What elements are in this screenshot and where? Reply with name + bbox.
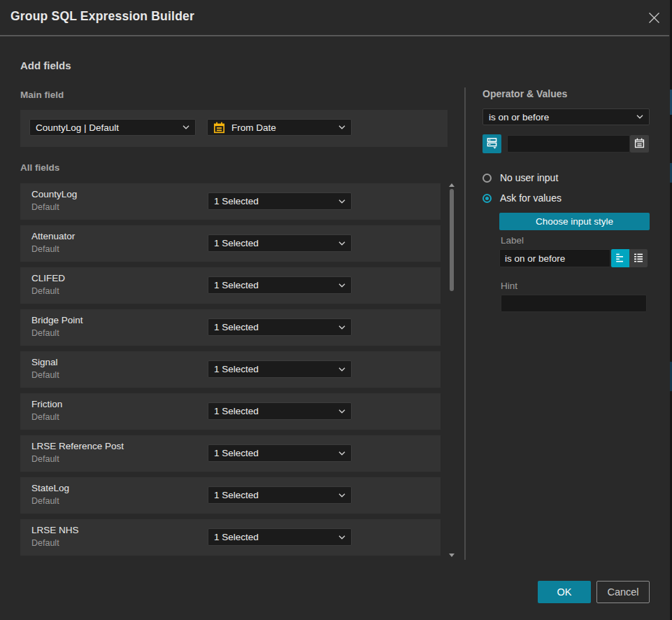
main-field-select[interactable]: From Date: [207, 119, 352, 136]
field-row: CountyLog Default 1 Selected: [20, 183, 441, 220]
radio-no-user-input[interactable]: No user input: [482, 172, 558, 183]
field-name: CountyLog: [31, 189, 77, 199]
radio-circle-icon: [482, 194, 492, 203]
field-selection-value: 1 Selected: [214, 532, 334, 542]
field-selection-select[interactable]: 1 Selected: [208, 192, 352, 210]
field-name: Friction: [31, 399, 62, 409]
field-selection-value: 1 Selected: [214, 322, 334, 332]
field-row: LRSE NHS Default 1 Selected: [20, 519, 441, 556]
field-name: Signal: [31, 357, 58, 367]
field-row: Bridge Point Default 1 Selected: [20, 309, 441, 346]
chevron-down-icon: [183, 125, 190, 129]
field-name: StateLog: [31, 483, 69, 493]
scrollbar-up-arrow[interactable]: [449, 183, 455, 187]
single-line-input-toggle[interactable]: [611, 249, 629, 267]
field-name: LRSE Reference Post: [31, 441, 124, 451]
field-selection-select[interactable]: 1 Selected: [208, 276, 352, 294]
chevron-down-icon: [338, 325, 345, 330]
label-field-label: Label: [501, 235, 524, 246]
field-subtitle: Default: [31, 454, 59, 464]
label-input[interactable]: [499, 249, 610, 267]
field-subtitle: Default: [31, 538, 59, 548]
chevron-down-icon: [338, 451, 345, 456]
multi-line-list-toggle[interactable]: [629, 249, 648, 267]
field-selection-value: 1 Selected: [214, 364, 334, 374]
hint-field-label: Hint: [501, 281, 517, 291]
operator-values-panel: Operator & Values is on or before: [482, 0, 650, 620]
field-subtitle: Default: [31, 286, 59, 296]
field-subtitle: Default: [31, 328, 59, 338]
field-row: Attenuator Default 1 Selected: [20, 225, 441, 262]
hint-input[interactable]: [501, 295, 647, 312]
group-sql-expression-builder-dialog: Group SQL Expression Builder Add fields …: [0, 0, 672, 620]
field-selection-value: 1 Selected: [214, 448, 334, 458]
choose-input-style-button[interactable]: Choose input style: [499, 213, 650, 230]
dialog-title: Group SQL Expression Builder: [10, 9, 194, 24]
chevron-down-icon: [338, 493, 345, 498]
field-selection-select[interactable]: 1 Selected: [208, 234, 352, 252]
list-icon: [633, 252, 644, 265]
main-layer-select[interactable]: CountyLog | Default: [29, 119, 196, 136]
ok-button[interactable]: OK: [538, 581, 591, 603]
chevron-down-icon: [338, 283, 345, 288]
radio-ask-for-values[interactable]: Ask for values: [482, 192, 562, 204]
field-name: Bridge Point: [31, 315, 83, 325]
field-selection-value: 1 Selected: [214, 280, 334, 290]
scrollbar-thumb[interactable]: [450, 189, 454, 291]
date-picker-button[interactable]: [630, 135, 649, 153]
chevron-down-icon: [338, 125, 345, 129]
all-fields-label: All fields: [20, 162, 59, 173]
main-field-label: Main field: [20, 90, 64, 100]
main-field-select-value: From Date: [231, 122, 334, 133]
vertical-divider: [464, 87, 466, 560]
field-selection-value: 1 Selected: [214, 196, 334, 206]
radio-no-user-input-label: No user input: [500, 172, 558, 183]
chevron-down-icon: [338, 241, 345, 246]
operator-select-value: is on or before: [489, 112, 632, 122]
operator-select[interactable]: is on or before: [482, 108, 650, 125]
cancel-button[interactable]: Cancel: [596, 581, 650, 603]
field-selection-value: 1 Selected: [214, 238, 334, 248]
field-selection-select[interactable]: 1 Selected: [208, 318, 352, 336]
field-row: Signal Default 1 Selected: [20, 351, 441, 388]
field-subtitle: Default: [31, 496, 59, 506]
main-layer-select-value: CountyLog | Default: [36, 122, 178, 133]
calendar-icon: [634, 138, 645, 150]
scrollbar-down-arrow[interactable]: [449, 554, 455, 557]
main-field-panel: CountyLog | Default From Date: [20, 110, 448, 147]
chevron-down-icon: [338, 409, 345, 414]
field-selection-select[interactable]: 1 Selected: [208, 444, 352, 462]
field-name: CLIFED: [31, 273, 65, 283]
field-subtitle: Default: [31, 412, 59, 422]
chevron-down-icon: [338, 367, 345, 372]
radio-ask-for-values-label: Ask for values: [500, 192, 562, 204]
all-fields-list: CountyLog Default 1 Selected Attenuator …: [20, 183, 441, 561]
field-selection-select[interactable]: 1 Selected: [208, 528, 352, 546]
add-fields-heading: Add fields: [20, 59, 71, 71]
chevron-down-icon: [636, 115, 643, 119]
field-name: Attenuator: [31, 231, 75, 241]
field-row: CLIFED Default 1 Selected: [20, 267, 441, 304]
operator-values-heading: Operator & Values: [482, 88, 567, 99]
field-selection-select[interactable]: 1 Selected: [208, 486, 352, 504]
single-line-icon: [615, 252, 626, 265]
field-selection-value: 1 Selected: [214, 490, 334, 500]
field-subtitle: Default: [31, 202, 59, 212]
field-subtitle: Default: [31, 244, 59, 254]
radio-circle-icon: [482, 174, 492, 183]
field-selection-select[interactable]: 1 Selected: [208, 402, 352, 420]
close-icon: [648, 15, 660, 26]
field-row: Friction Default 1 Selected: [20, 393, 441, 430]
value-source-button[interactable]: [482, 134, 501, 153]
chevron-down-icon: [338, 535, 345, 540]
value-input[interactable]: [507, 135, 630, 153]
field-selection-select[interactable]: 1 Selected: [208, 360, 352, 378]
unique-values-icon: [486, 137, 498, 151]
date-field-icon: [213, 122, 225, 134]
chevron-down-icon: [338, 199, 345, 204]
field-name: LRSE NHS: [31, 525, 79, 535]
field-row: StateLog Default 1 Selected: [20, 477, 441, 514]
field-selection-value: 1 Selected: [214, 406, 334, 416]
field-subtitle: Default: [31, 370, 59, 380]
field-row: LRSE Reference Post Default 1 Selected: [20, 435, 441, 472]
